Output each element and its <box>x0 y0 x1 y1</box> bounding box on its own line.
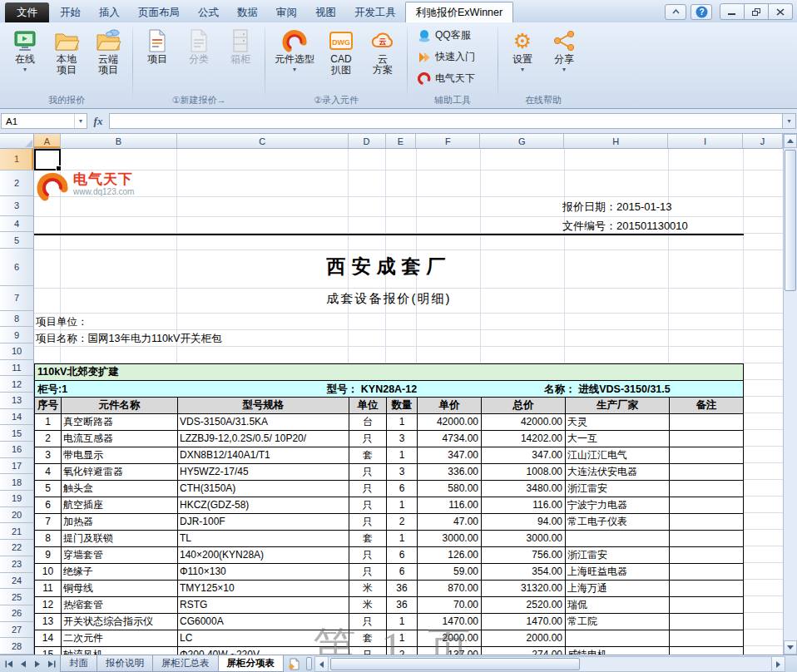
vertical-scrollbar[interactable] <box>783 134 797 655</box>
table-cell[interactable]: 12 <box>35 597 62 613</box>
table-cell[interactable]: 3000.00 <box>418 531 482 546</box>
table-cell[interactable]: 11 <box>35 581 62 596</box>
column-header-G[interactable]: G <box>480 134 564 148</box>
table-cell[interactable]: 47.00 <box>418 514 482 530</box>
row-header-1[interactable]: 1 <box>0 149 33 170</box>
minimize-button[interactable] <box>720 3 745 20</box>
table-cell[interactable]: 140×200(KYN28A) <box>178 547 349 563</box>
table-cell[interactable]: 2 <box>387 647 418 655</box>
table-cell[interactable]: DJR-100F <box>178 514 349 530</box>
name-box-dropdown-icon[interactable]: ▾ <box>74 114 87 128</box>
table-cell[interactable]: 1 <box>387 630 418 646</box>
row-header-28[interactable]: 28 <box>0 638 33 655</box>
select-all-corner[interactable] <box>0 134 34 148</box>
row-header-4[interactable]: 4 <box>0 216 33 233</box>
table-cell[interactable]: 347.00 <box>482 447 566 463</box>
scroll-up-button[interactable] <box>784 134 797 148</box>
table-cell[interactable]: 70.00 <box>418 597 482 613</box>
table-cell[interactable]: 开关状态综合指示仪 <box>62 614 178 630</box>
table-cell[interactable]: 2 <box>35 431 62 447</box>
table-cell[interactable]: 米 <box>349 581 387 596</box>
insert-sheet-button[interactable] <box>284 655 304 672</box>
table-cell[interactable]: 580.00 <box>418 481 482 497</box>
cloud-plan-button[interactable]: 云云 方案 <box>363 25 403 77</box>
horizontal-scroll-thumb[interactable] <box>330 658 580 670</box>
row-header-10[interactable]: 10 <box>0 343 33 360</box>
addin-tab-active[interactable]: 利驰报价ExWinner <box>405 2 513 22</box>
row-header-6[interactable]: 6 <box>0 249 33 286</box>
table-cell[interactable]: CTH(3150A) <box>178 481 349 497</box>
row-header-5[interactable]: 5 <box>0 232 33 249</box>
table-cell[interactable]: 只 <box>349 464 387 480</box>
table-cell[interactable]: 6 <box>387 547 418 563</box>
table-cell[interactable]: 威特电机 <box>566 647 670 655</box>
row-header-3[interactable]: 3 <box>0 196 33 216</box>
table-cell[interactable]: 36 <box>387 581 418 596</box>
sheet-tab-quote-notes[interactable]: 报价说明 <box>97 655 153 672</box>
row-header-25[interactable]: 25 <box>0 589 33 605</box>
prev-sheet-button[interactable] <box>17 657 30 670</box>
tab-split-handle[interactable] <box>306 657 312 670</box>
table-cell[interactable]: 36 <box>387 597 418 613</box>
table-cell[interactable] <box>670 481 743 497</box>
sheet-canvas[interactable]: 电气天下 www.dq123.com 报价日期：2015-01-13 文件编号：… <box>34 149 783 655</box>
table-cell[interactable] <box>670 614 743 630</box>
table-cell[interactable]: 轴流风机 <box>62 647 178 655</box>
table-cell[interactable]: 3000.00 <box>482 531 566 546</box>
vertical-scroll-track[interactable] <box>784 148 797 640</box>
table-cell[interactable]: 3 <box>387 431 418 447</box>
table-cell[interactable]: 天灵 <box>566 414 670 430</box>
table-cell[interactable]: 1008.00 <box>482 464 566 480</box>
table-cell[interactable]: 江山江汇电气 <box>566 447 670 463</box>
row-header-9[interactable]: 9 <box>0 327 33 343</box>
table-cell[interactable]: 3 <box>35 447 62 463</box>
table-cell[interactable]: 提门及联锁 <box>62 531 178 546</box>
table-cell[interactable]: 加热器 <box>62 514 178 530</box>
table-cell[interactable]: 带电显示 <box>62 447 178 463</box>
table-cell[interactable]: 常工电子仪表 <box>566 514 670 530</box>
table-cell[interactable]: 上海旺益电器 <box>566 564 670 580</box>
last-sheet-button[interactable] <box>45 657 58 670</box>
table-cell[interactable]: 274.00 <box>482 647 566 655</box>
table-cell[interactable]: 电流互感器 <box>62 431 178 447</box>
column-header-D[interactable]: D <box>349 134 386 148</box>
ribbon-tab[interactable]: 插入 <box>90 2 129 22</box>
table-cell[interactable]: 米 <box>349 597 387 613</box>
table-cell[interactable]: DXN8B12/140A1/T1 <box>178 447 349 463</box>
table-cell[interactable]: 1470.00 <box>418 614 482 630</box>
table-cell[interactable]: 只 <box>349 497 387 513</box>
table-cell[interactable]: 42000.00 <box>418 414 482 430</box>
table-cell[interactable]: 1 <box>387 531 418 546</box>
table-cell[interactable]: 14202.00 <box>482 431 566 447</box>
sheet-tab-cover[interactable]: 封面 <box>60 655 97 672</box>
online-button[interactable]: 在线▾ <box>5 25 45 75</box>
row-header-18[interactable]: 18 <box>0 474 33 491</box>
table-cell[interactable]: 1 <box>35 414 62 430</box>
table-cell[interactable]: 7 <box>35 514 62 530</box>
table-cell[interactable]: 穿墙套管 <box>62 547 178 563</box>
column-header-B[interactable]: B <box>61 134 177 148</box>
table-cell[interactable]: 3 <box>387 464 418 480</box>
table-cell[interactable]: 6 <box>387 481 418 497</box>
ribbon-tab[interactable]: 视图 <box>306 2 345 22</box>
row-header-7[interactable]: 7 <box>0 286 33 311</box>
category-button[interactable]: 分类 <box>179 25 219 67</box>
table-cell[interactable]: 336.00 <box>418 464 482 480</box>
table-cell[interactable]: 真空断路器 <box>62 414 178 430</box>
ribbon-tab[interactable]: 公式 <box>189 2 228 22</box>
table-cell[interactable]: 2 <box>387 514 418 530</box>
table-cell[interactable] <box>670 630 743 646</box>
table-cell[interactable]: 套 <box>349 447 387 463</box>
table-cell[interactable]: 浙江雷安 <box>566 481 670 497</box>
table-cell[interactable] <box>670 514 743 530</box>
table-cell[interactable]: 只 <box>349 614 387 630</box>
table-cell[interactable]: 8 <box>35 531 62 546</box>
table-cell[interactable]: 1 <box>387 614 418 630</box>
horizontal-scrollbar[interactable] <box>314 656 785 672</box>
project-button[interactable]: 项目 <box>137 25 177 67</box>
cloud-project-button[interactable]: 云端 项目 <box>88 25 128 77</box>
cabinet-info-row[interactable]: 柜号:1 型号： KYN28A-12 名称： 进线VDS-3150/31.5 <box>34 380 744 398</box>
table-cell[interactable] <box>670 464 743 480</box>
table-cell[interactable]: 14 <box>35 630 62 646</box>
column-header-E[interactable]: E <box>386 134 417 148</box>
